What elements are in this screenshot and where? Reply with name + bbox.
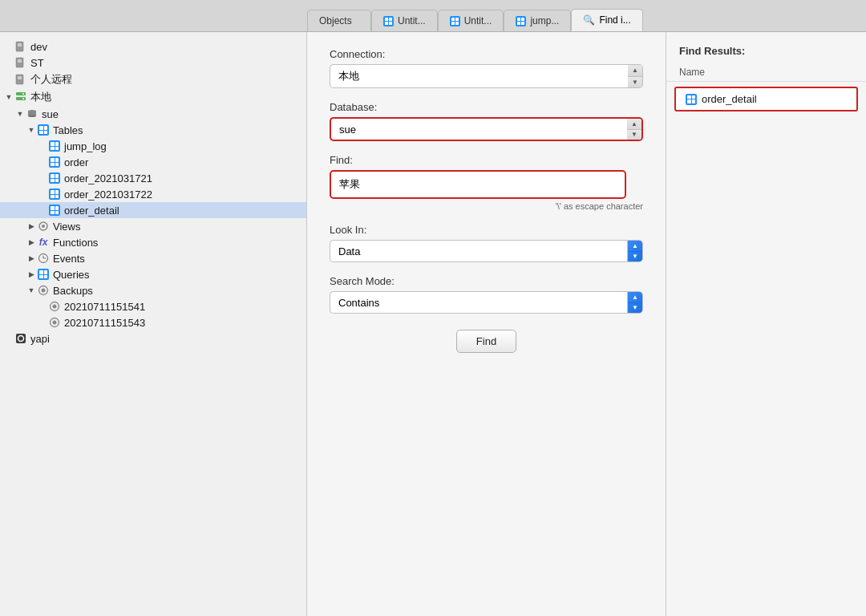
content-panel: Connection: ▲ ▼ Database: ▲ [307,32,866,616]
tab-jump[interactable]: jump... [504,10,571,31]
tab-label: Find i... [599,14,630,26]
arrow-backups: ▼ [26,286,37,294]
lookin-stepper[interactable]: ▲ ▼ [627,240,643,262]
lookin-label: Look In: [330,224,643,236]
sidebar-item-order_2021031722[interactable]: order_2021031722 [0,186,306,202]
sidebar-item-st[interactable]: ST [0,55,306,71]
database-stepper[interactable]: ▲ ▼ [627,117,643,141]
mode-row: Search Mode: ▲ ▼ [330,275,643,314]
sidebar-label-yapi: yapi [30,333,50,345]
tab-objects[interactable]: Objects [307,10,371,31]
icon-order_2021031721 [48,172,61,184]
sidebar-item-functions[interactable]: ▶fxFunctions [0,234,306,250]
find-input[interactable] [330,170,626,199]
arrow-events: ▶ [26,254,37,262]
icon-backup1 [48,300,61,313]
arrow-tables: ▼ [26,126,37,134]
icon-queries [37,268,50,281]
icon-dev [14,40,27,53]
mode-label: Search Mode: [330,275,643,287]
sidebar-item-order_detail[interactable]: order_detail [0,202,306,218]
database-stepper-up[interactable]: ▲ [627,119,641,130]
tab-table-icon [383,16,394,26]
tab-find[interactable]: 🔍Find i... [571,9,642,31]
escape-hint: '\' as escape character [330,201,643,211]
result-table-icon [686,94,697,105]
sidebar-item-backup1[interactable]: 20210711151541 [0,298,306,314]
icon-order_2021031722 [48,188,61,201]
find-results-list: order_detail [666,87,866,111]
sidebar-item-geyuan[interactable]: 个人远程 [0,71,306,88]
sidebar-label-order_detail: order_detail [64,205,119,217]
find-results-header: Find Results: [666,32,866,63]
sidebar-item-views[interactable]: ▶Views [0,218,306,234]
tab-label: Untit... [464,15,492,26]
database-input-wrap: ▲ ▼ [330,117,643,141]
svg-rect-9 [16,92,26,95]
sidebar-item-order_2021031721[interactable]: order_2021031721 [0,170,306,186]
find-button[interactable]: Find [456,330,516,353]
panel-body: Connection: ▲ ▼ Database: ▲ [307,32,866,616]
arrow-bendi: ▼ [3,93,14,101]
sidebar-label-events: Events [53,253,85,265]
sidebar-item-order[interactable]: order [0,154,306,170]
arrow-queries: ▶ [26,270,37,278]
sidebar-item-queries[interactable]: ▶Queries [0,266,306,282]
lookin-select-wrap: ▲ ▼ [330,240,643,262]
sidebar-label-backup1: 20210711151541 [64,301,145,313]
sidebar-label-views: Views [53,221,80,233]
connection-input[interactable] [330,64,628,88]
main-layout: devST个人远程▼本地▼sue▼Tablesjump_logorderorde… [0,32,866,616]
icon-tables [37,124,50,136]
svg-point-22 [42,289,46,293]
find-row: Find: '\' as escape character [330,154,643,211]
lookin-select[interactable] [330,240,627,262]
icon-yapi [14,332,27,345]
find-input-wrap [330,170,643,199]
database-label: Database: [330,101,643,113]
icon-views [37,220,50,233]
icon-sue [26,107,38,120]
tab-untitled2[interactable]: Untit... [438,10,504,31]
sidebar-label-geyuan: 个人远程 [30,72,72,87]
sidebar-item-tables[interactable]: ▼Tables [0,122,306,138]
tab-label: Untit... [398,15,426,26]
svg-point-11 [22,93,24,95]
lookin-stepper-down[interactable]: ▼ [628,252,642,262]
mode-stepper-up[interactable]: ▲ [628,292,642,303]
tab-untitled1[interactable]: Untit... [371,10,438,31]
form-area: Connection: ▲ ▼ Database: ▲ [307,32,666,616]
connection-row: Connection: ▲ ▼ [330,48,643,88]
svg-point-17 [42,225,45,228]
database-input[interactable] [330,117,627,141]
connection-stepper[interactable]: ▲ ▼ [628,64,643,88]
sidebar-item-yapi[interactable]: yapi [0,330,306,346]
find-results-col-name: Name [666,63,866,82]
connection-stepper-up[interactable]: ▲ [628,65,642,77]
svg-point-12 [22,98,24,99]
sidebar-label-functions: Functions [53,237,98,249]
sidebar-item-events[interactable]: ▶Events [0,250,306,266]
find-label: Find: [330,154,643,166]
mode-select[interactable] [330,291,627,314]
find-result-order_detail[interactable]: order_detail [674,87,858,111]
sidebar-item-backups[interactable]: ▼Backups [0,282,306,298]
sidebar-label-sue: sue [42,108,59,120]
sidebar-item-backup2[interactable]: 20210711151543 [0,314,306,330]
icon-functions: fx [37,236,50,249]
connection-stepper-down[interactable]: ▼ [628,77,642,88]
sidebar-item-jump_log[interactable]: jump_log [0,138,306,154]
sidebar-item-dev[interactable]: dev [0,38,306,55]
sidebar-item-bendi[interactable]: ▼本地 [0,88,306,106]
svg-rect-3 [16,58,23,67]
database-stepper-down[interactable]: ▼ [627,130,641,140]
svg-point-15 [28,115,36,117]
sidebar-item-sue[interactable]: ▼sue [0,106,306,122]
mode-stepper-down[interactable]: ▼ [628,303,642,314]
mode-stepper[interactable]: ▲ ▼ [627,291,643,314]
icon-events [37,252,50,265]
connection-label: Connection: [330,48,643,60]
result-label: order_detail [702,93,757,105]
lookin-stepper-up[interactable]: ▲ [628,241,642,252]
sidebar: devST个人远程▼本地▼sue▼Tablesjump_logorderorde… [0,32,307,616]
